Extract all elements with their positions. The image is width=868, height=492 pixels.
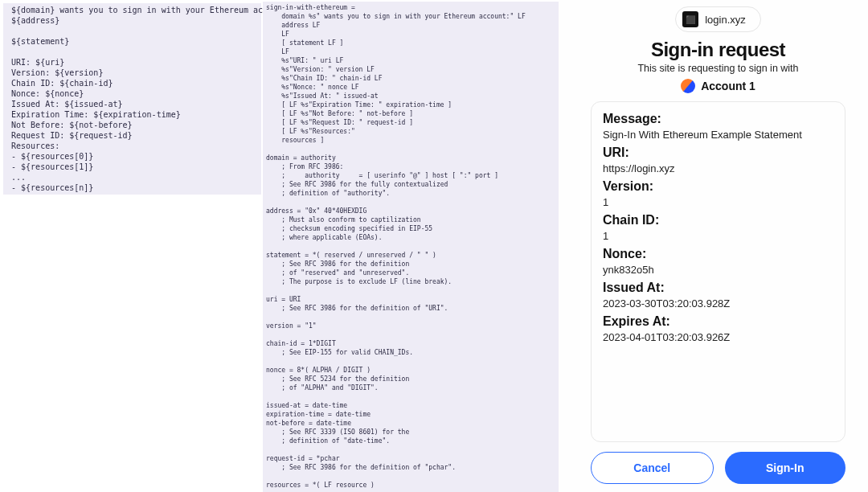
button-row: Cancel Sign-In [591,452,845,484]
site-favicon-icon: ⬛ [682,11,698,27]
chain-id-label: Chain ID: [603,213,833,228]
nonce-label: Nonce: [603,247,833,261]
issued-at-label: Issued At: [603,281,833,295]
siwe-template-code: ${domain} wants you to sign in with your… [3,3,261,195]
abnf-column: sign-in-with-ethereum = domain %s" wants… [261,0,559,492]
expires-at-value: 2023-04-01T03:20:03.926Z [603,331,833,343]
version-value: 1 [603,196,833,208]
uri-label: URI: [603,146,833,160]
version-label: Version: [603,179,833,194]
template-column: ${domain} wants you to sign in with your… [0,0,261,492]
domain-pill: ⬛ login.xyz [675,6,761,32]
page-title: Sign-in request [591,39,845,61]
domain-text: login.xyz [705,14,746,26]
message-card: Message: Sign-In With Ethereum Example S… [591,101,845,442]
account-name: Account 1 [701,80,755,92]
chain-id-value: 1 [603,230,833,242]
signin-prompt-panel: ⬛ login.xyz Sign-in request This site is… [559,0,868,492]
message-value: Sign-In With Ethereum Example Statement [603,129,833,141]
signin-button[interactable]: Sign-In [725,452,846,484]
account-avatar-icon [681,79,695,93]
page-subtitle: This site is requesting to sign in with [591,63,845,74]
nonce-value: ynk832o5h [603,264,833,276]
issued-at-value: 2023-03-30T03:20:03.928Z [603,297,833,310]
siwe-abnf-code: sign-in-with-ethereum = domain %s" wants… [263,2,559,492]
uri-value: https://login.xyz [603,162,833,174]
account-row: Account 1 [681,79,755,93]
expires-at-label: Expires At: [603,314,833,329]
message-label: Message: [603,112,833,126]
cancel-button[interactable]: Cancel [591,452,714,484]
